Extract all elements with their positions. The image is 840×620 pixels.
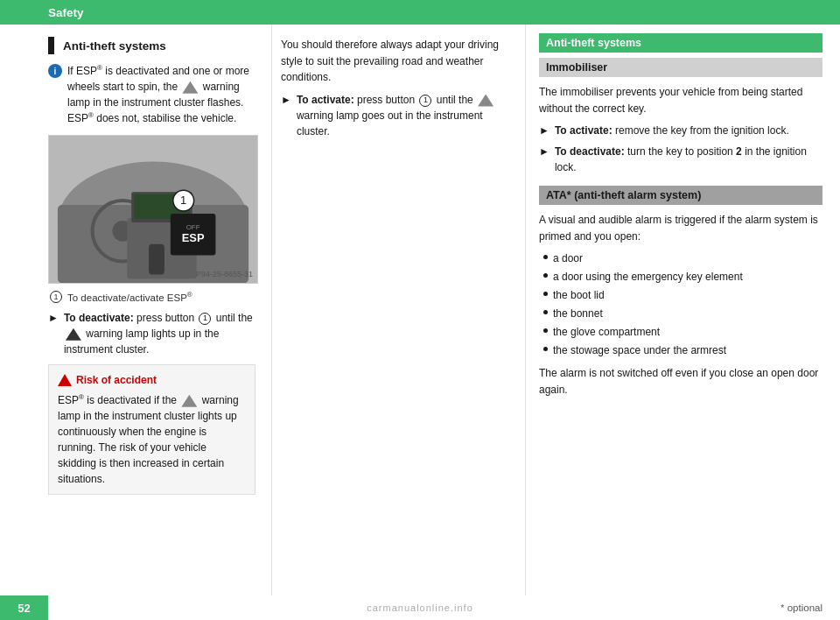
main-content: Anti-theft systems i If ESP® is deactiva… — [0, 25, 840, 595]
bullet-dot — [543, 347, 548, 351]
warning-lamp-risk-icon — [181, 395, 197, 407]
ata-header: ATA* (anti-theft alarm system) — [539, 186, 822, 205]
circle-num-inline-mid: 1 — [419, 95, 431, 107]
svg-text:1: 1 — [180, 194, 186, 207]
risk-triangle-icon — [58, 374, 72, 386]
bullet-arrow-r1: ► — [539, 123, 550, 138]
bullet-arrow-r2: ► — [539, 144, 550, 175]
bullet-item: a door using the emergency key element — [539, 269, 822, 285]
circle-num-inline: 1 — [199, 313, 211, 325]
bullet-dot — [543, 310, 548, 314]
info-icon: i — [48, 64, 62, 78]
left-column: Anti-theft systems i If ESP® is deactiva… — [0, 25, 271, 595]
activate-text: To activate: press button 1 until the wa… — [297, 92, 512, 139]
immobiliser-activate-text: To activate: remove the key from the ign… — [555, 123, 789, 138]
left-section-title: Anti-theft systems — [63, 39, 166, 53]
immobiliser-deactivate: ► To deactivate: turn the key to positio… — [539, 144, 822, 175]
svg-rect-8 — [149, 244, 164, 275]
immobiliser-activate: ► To activate: remove the key from the i… — [539, 123, 822, 138]
risk-body: ESP® is deactivated if the warning lamp … — [58, 394, 239, 485]
diagram-caption: 1 To deactivate/activate ESP® — [48, 291, 256, 303]
bullet-dot — [543, 273, 548, 278]
bullet-item: the glove compartment — [539, 324, 822, 340]
risk-title-text: Risk of accident — [76, 372, 157, 388]
bullet-arrow-mid: ► — [281, 92, 291, 139]
warning-lamp-mid-icon — [478, 95, 494, 107]
section-title: Anti-theft systems — [48, 37, 256, 54]
svg-text:OFF: OFF — [186, 223, 200, 231]
esp-diagram-inner: 1 OFF ESP — [49, 136, 257, 283]
info-block: i If ESP® is deactivated and one or more… — [48, 63, 256, 126]
optional-label: * optional — [780, 602, 822, 613]
warning-lamp-dark-icon — [66, 328, 81, 341]
ata-footer: The alarm is not switched off even if yo… — [539, 365, 822, 398]
bullet-item: the bonnet — [539, 306, 822, 321]
esp-diagram: 1 OFF ESP P94-25-6655-31 — [48, 135, 258, 284]
bullet-item: the boot lid — [539, 287, 822, 303]
immobiliser-deactivate-text: To deactivate: turn the key to position … — [555, 144, 822, 175]
bullet-dot — [543, 328, 548, 333]
bullet-item: a door — [539, 250, 822, 266]
caption-label: To deactivate/activate ESP® — [67, 291, 192, 303]
right-column: Anti-theft systems Immobiliser The immob… — [525, 25, 840, 595]
svg-text:ESP: ESP — [182, 231, 205, 244]
top-header-bar: Safety — [0, 0, 840, 25]
car-interior-svg: 1 OFF ESP — [49, 135, 257, 284]
activate-instruction: ► To activate: press button 1 until the … — [281, 92, 512, 139]
photo-reference: P94-25-6655-31 — [196, 270, 253, 278]
page-number: 52 — [0, 595, 48, 620]
bullet-dot — [543, 292, 548, 296]
right-section-header: Anti-theft systems — [539, 33, 822, 53]
risk-title: Risk of accident — [58, 372, 246, 388]
watermark: carmanualonline.info — [367, 602, 473, 613]
deactivate-text: To deactivate: press button 1 until the … — [64, 310, 256, 357]
immobiliser-header: Immobiliser — [539, 58, 822, 77]
immobiliser-body: The immobiliser prevents your vehicle fr… — [539, 84, 822, 116]
warning-lamp-icon — [182, 81, 198, 94]
ata-body: A visual and audible alarm is triggered … — [539, 212, 822, 244]
info-text: If ESP® is deactivated and one or more w… — [67, 63, 256, 126]
bullet-item: the stowage space under the armrest — [539, 342, 822, 358]
risk-box: Risk of accident ESP® is deactivated if … — [48, 364, 256, 495]
black-bar-accent — [48, 37, 54, 54]
ata-bullets-list: a door a door using the emergency key el… — [539, 250, 822, 358]
bullet-dot — [543, 255, 548, 259]
mid-column: You should therefore always adapt your d… — [271, 25, 525, 595]
circle-number-1: 1 — [50, 291, 62, 303]
header-title: Safety — [48, 6, 84, 19]
mid-para1: You should therefore always adapt your d… — [281, 37, 512, 86]
bullet-arrow: ► — [48, 310, 59, 357]
deactivate-instruction: ► To deactivate: press button 1 until th… — [48, 310, 256, 357]
